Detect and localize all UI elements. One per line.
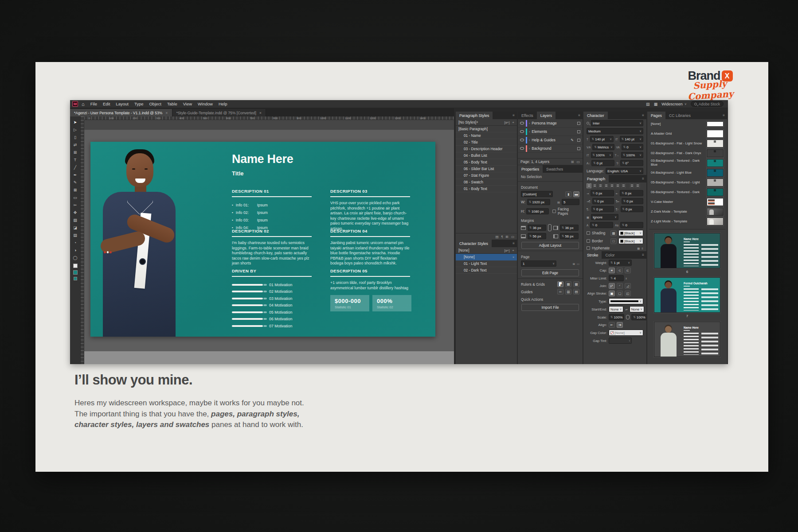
- start-scale-field[interactable]: ⇅100%: [609, 314, 624, 320]
- edit-page-button[interactable]: Edit Page: [521, 269, 579, 276]
- portrait-icon[interactable]: ▮: [565, 191, 571, 197]
- width-field[interactable]: ⇅1920 px: [527, 199, 550, 205]
- clear-overrides-icon[interactable]: ×: [512, 256, 514, 259]
- drop-cap-lines-field[interactable]: ⇅0: [590, 222, 613, 228]
- visibility-eye-icon[interactable]: [520, 122, 524, 124]
- pen-tool-icon[interactable]: ✒: [70, 171, 80, 179]
- menu-layout[interactable]: Layout: [116, 101, 129, 106]
- menu-view[interactable]: View: [183, 101, 192, 106]
- miter-limit-field[interactable]: ⇅4: [609, 275, 624, 281]
- menu-window[interactable]: Window: [198, 101, 213, 106]
- new-style-icon[interactable]: ⊞: [506, 235, 509, 239]
- facing-pages-checkbox[interactable]: [552, 210, 556, 213]
- menu-object[interactable]: Object: [149, 101, 161, 106]
- note-tool-icon[interactable]: ▤: [70, 231, 80, 239]
- style-item[interactable]: 06 - Slider Bar List: [456, 166, 517, 172]
- border-checkbox[interactable]: [587, 239, 590, 243]
- last-line-indent-field[interactable]: ⇅0 px: [622, 198, 643, 204]
- start-arrow-select[interactable]: None∨: [609, 306, 623, 312]
- master-page-row[interactable]: A-Master Grid: [647, 129, 727, 139]
- shading-settings-icon[interactable]: ▦: [610, 230, 617, 236]
- tab-pages[interactable]: Pages: [647, 112, 665, 119]
- visibility-eye-icon[interactable]: [520, 147, 524, 150]
- align-to-grid-select[interactable]: Ignore∨: [591, 214, 618, 220]
- leading-field[interactable]: ⇅140 pt∨: [620, 136, 643, 142]
- rectangle-frame-tool-icon[interactable]: ⊠: [70, 186, 80, 194]
- justify-right-icon[interactable]: [615, 183, 620, 188]
- smart-guides-icon[interactable]: ▤: [573, 289, 579, 295]
- skew-field[interactable]: ⇅0°: [620, 160, 643, 166]
- baseline-shift-field[interactable]: ⇅0 pt: [591, 160, 614, 166]
- layer-target-icon[interactable]: [577, 130, 580, 133]
- master-page-row[interactable]: V-Cake Master: [647, 197, 727, 207]
- vertical-ruler[interactable]: [81, 116, 84, 364]
- delete-page-icon[interactable]: ▭: [577, 262, 579, 265]
- canvas[interactable]: Name Here Title DESCRIPTION 01 •Info 01:…: [84, 120, 454, 364]
- layer-row[interactable]: › Background: [518, 144, 583, 153]
- eyedropper-tool-icon[interactable]: ◔: [70, 239, 80, 246]
- type-tool-icon[interactable]: T: [70, 156, 80, 163]
- style-item[interactable]: 08 - Swatch: [456, 179, 517, 186]
- plus-icon[interactable]: +: [512, 120, 514, 124]
- first-line-indent-field[interactable]: ⇅0 px: [592, 198, 614, 204]
- stroke-swatch[interactable]: [73, 270, 78, 275]
- margin-left-field[interactable]: ⇅56 px: [560, 233, 579, 239]
- doc-tab-style-guide[interactable]: *Style-Guide-Template.indd @ 75% [Conver…: [172, 109, 266, 116]
- kerning-field[interactable]: ⇅Metrics∨: [592, 144, 614, 150]
- panel-menu-icon[interactable]: ≡: [642, 251, 646, 259]
- line-tool-icon[interactable]: ╱: [70, 163, 80, 171]
- free-transform-tool-icon[interactable]: ✥: [70, 209, 80, 216]
- language-select[interactable]: English: USA∨: [606, 168, 643, 174]
- master-page-row[interactable]: 03-Background - Textured - Dark Blue: [647, 158, 727, 168]
- guides-icon[interactable]: ═: [557, 289, 563, 295]
- content-collector-tool-icon[interactable]: ⊞: [70, 148, 80, 156]
- drop-cap-chars-field[interactable]: ⇅0: [620, 222, 643, 228]
- justify-left-icon[interactable]: [604, 183, 609, 188]
- page-thumbnail-8[interactable]: Name Here: [654, 322, 720, 357]
- document-grid-icon[interactable]: ▩: [573, 281, 579, 287]
- layer-row[interactable]: › Elements: [518, 128, 583, 136]
- tab-character-styles[interactable]: Character Styles: [456, 240, 492, 247]
- menu-edit[interactable]: Edit: [103, 101, 110, 106]
- style-item-selected[interactable]: [None] ×: [456, 254, 517, 260]
- panel-menu-icon[interactable]: ≡: [723, 112, 727, 119]
- style-item[interactable]: [Basic Paragraph]: [456, 126, 517, 132]
- publish-icon[interactable]: ▤: [646, 102, 650, 106]
- new-layer-icon[interactable]: ⊞: [571, 160, 574, 164]
- page-thumbnail-7[interactable]: Fermd Ouicharah: [654, 277, 720, 313]
- menu-help[interactable]: Help: [219, 101, 227, 106]
- layer-row[interactable]: › Persona Image: [518, 119, 583, 128]
- panel-menu-icon[interactable]: ≡: [642, 112, 646, 119]
- stroke-weight-field[interactable]: ⇅1 pt∨: [609, 260, 632, 266]
- lock-guides-icon[interactable]: ▥: [565, 289, 571, 295]
- page-select[interactable]: 1∨: [521, 260, 556, 267]
- align-away-spine-icon[interactable]: [635, 183, 640, 188]
- style-item[interactable]: 02 - Dark Text: [456, 267, 517, 274]
- style-item[interactable]: 05 - Body Text: [456, 159, 517, 166]
- tab-color[interactable]: Color: [602, 251, 618, 259]
- panel-menu-icon[interactable]: ≡: [512, 240, 517, 247]
- close-icon[interactable]: ×: [259, 111, 262, 115]
- selection-tool-icon[interactable]: ➤: [70, 118, 80, 126]
- tab-effects[interactable]: Effects: [518, 112, 537, 119]
- align-left-icon[interactable]: [587, 183, 591, 188]
- style-item[interactable]: 03 - Description Header: [456, 146, 517, 152]
- margin-bottom-field[interactable]: ⇅56 px: [528, 233, 546, 239]
- screen-mode-icon[interactable]: ▦: [654, 102, 658, 106]
- border-settings-icon[interactable]: □: [610, 238, 617, 244]
- link-scale-icon[interactable]: [626, 315, 630, 319]
- round-cap-icon[interactable]: ⊂: [617, 268, 623, 273]
- master-page-row[interactable]: Z-Light Mode - Template: [647, 217, 727, 226]
- home-icon[interactable]: ⌂: [82, 101, 85, 107]
- tab-stroke[interactable]: Stroke: [583, 251, 602, 259]
- master-page-row[interactable]: 06-Background - Textured - Dark: [647, 187, 727, 197]
- border-color-select[interactable]: [Black]∨: [618, 238, 643, 244]
- butt-cap-icon[interactable]: ≡: [609, 268, 615, 273]
- bevel-join-icon[interactable]: ◿: [625, 283, 631, 289]
- paragraph-icon[interactable]: ¶: [501, 235, 503, 239]
- layer-target-icon[interactable]: [577, 139, 580, 142]
- ruler-corner-icon[interactable]: ▛: [557, 281, 563, 287]
- space-before-field[interactable]: ⇅0 px: [591, 206, 614, 212]
- preset-dropdown[interactable]: [Custom]∨: [521, 191, 553, 197]
- page-count-field[interactable]: 5: [562, 199, 579, 205]
